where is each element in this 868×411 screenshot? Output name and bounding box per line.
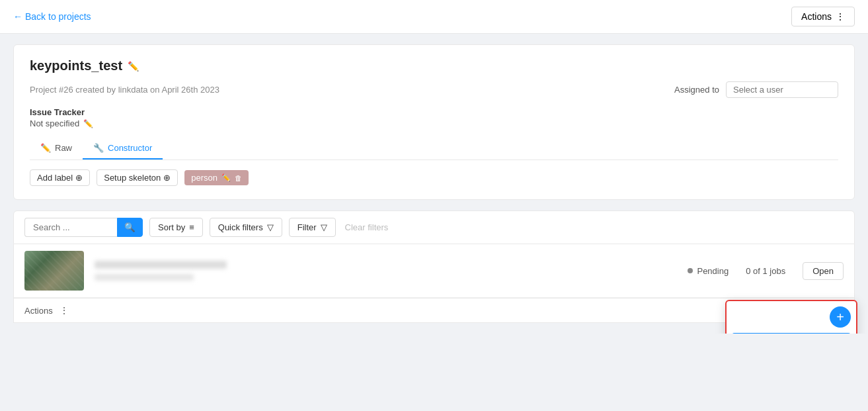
setup-skeleton-plus-icon: ⊕ (163, 173, 171, 183)
bottom-actions-label: Actions (24, 306, 53, 316)
not-specified-row: Not specified ✏️ (30, 118, 838, 128)
create-new-task-button[interactable]: + Create a new task (732, 333, 851, 334)
status-dot-icon (688, 268, 693, 273)
sort-by-label: Sort by (158, 222, 185, 232)
person-tag-label: person (191, 173, 217, 183)
setup-skeleton-text: Setup skeleton (104, 173, 161, 183)
not-specified-text: Not specified (30, 118, 79, 128)
sort-by-icon: ≡ (189, 222, 194, 232)
main-content: keypoints_test ✏️ Project #26 created by… (0, 34, 868, 334)
sort-by-button[interactable]: Sort by ≡ (149, 218, 203, 237)
task-list: Pending 0 of 1 jobs Open (13, 244, 855, 298)
add-label-text: Add label (37, 173, 73, 183)
quick-filters-label: Quick filters (218, 222, 263, 232)
actions-button[interactable]: Actions ⋮ (791, 7, 855, 26)
issue-tracker-section: Issue Tracker Not specified ✏️ (30, 107, 838, 128)
task-info (95, 261, 677, 281)
person-tag-delete-icon[interactable]: 🗑 (235, 174, 242, 182)
constructor-tab-icon: 🔧 (93, 143, 104, 153)
back-label: Back to projects (25, 11, 91, 22)
actions-label: Actions (801, 11, 832, 22)
task-status: Pending (688, 266, 729, 276)
assigned-to-row: Assigned to (674, 81, 838, 98)
table-row: Pending 0 of 1 jobs Open (14, 244, 854, 298)
task-thumbnail (24, 251, 84, 291)
search-wrapper: 🔍 (24, 218, 143, 237)
setup-skeleton-button[interactable]: Setup skeleton ⊕ (97, 169, 178, 186)
person-tag: person ✏️ 🗑 (184, 170, 249, 185)
tabs-row: ✏️ Raw 🔧 Constructor (30, 138, 838, 160)
project-meta-row: Project #26 created by linkdata on April… (30, 81, 838, 98)
plus-icon: + (836, 310, 844, 325)
task-status-label: Pending (697, 266, 729, 276)
constructor-tab-label: Constructor (108, 143, 152, 153)
add-label-button[interactable]: Add label ⊕ (30, 169, 90, 186)
create-task-dropdown: + + Create a new task ⊙ Create multi tas… (725, 300, 857, 334)
add-label-plus-icon: ⊕ (75, 173, 83, 183)
filter-icon: ▽ (321, 222, 327, 232)
bottom-actions-menu-icon[interactable]: ⋮ (59, 305, 69, 316)
actions-menu-icon: ⋮ (836, 11, 845, 22)
not-specified-edit-icon[interactable]: ✏️ (83, 119, 93, 128)
person-tag-edit-icon[interactable]: ✏️ (221, 173, 231, 182)
search-button[interactable]: 🔍 (117, 218, 143, 237)
project-title-row: keypoints_test ✏️ (30, 58, 838, 73)
assigned-to-label: Assigned to (674, 85, 719, 95)
project-card: keypoints_test ✏️ Project #26 created by… (13, 44, 855, 200)
filter-button[interactable]: Filter ▽ (289, 218, 336, 237)
search-input[interactable] (24, 218, 117, 237)
search-icon: 🔍 (124, 222, 136, 232)
labels-row: Add label ⊕ Setup skeleton ⊕ person ✏️ 🗑 (30, 169, 838, 186)
quick-filters-button[interactable]: Quick filters ▽ (210, 218, 282, 237)
raw-tab-label: Raw (55, 143, 72, 153)
back-to-projects-link[interactable]: ← Back to projects (13, 11, 91, 22)
plus-circle-button[interactable]: + (830, 306, 851, 328)
select-user-input[interactable] (726, 81, 838, 98)
issue-tracker-label: Issue Tracker (30, 107, 838, 117)
tab-raw[interactable]: ✏️ Raw (30, 138, 83, 160)
filter-bar: 🔍 Sort by ≡ Quick filters ▽ Filter ▽ Cle… (13, 210, 855, 244)
top-bar: ← Back to projects Actions ⋮ (0, 0, 868, 34)
raw-tab-icon: ✏️ (40, 143, 51, 153)
tab-constructor[interactable]: 🔧 Constructor (83, 138, 163, 160)
project-title-edit-icon[interactable]: ✏️ (128, 61, 139, 71)
project-title: keypoints_test (30, 58, 122, 73)
back-arrow-icon: ← (13, 11, 22, 22)
filter-label: Filter (297, 222, 317, 232)
task-jobs: 0 of 1 jobs (739, 266, 792, 276)
project-meta: Project #26 created by linkdata on April… (30, 85, 219, 95)
quick-filters-icon: ▽ (267, 222, 274, 232)
clear-filters-button[interactable]: Clear filters (342, 218, 391, 236)
task-name-blurred (95, 261, 227, 269)
task-sub-blurred (95, 274, 194, 281)
open-task-button[interactable]: Open (803, 262, 844, 280)
